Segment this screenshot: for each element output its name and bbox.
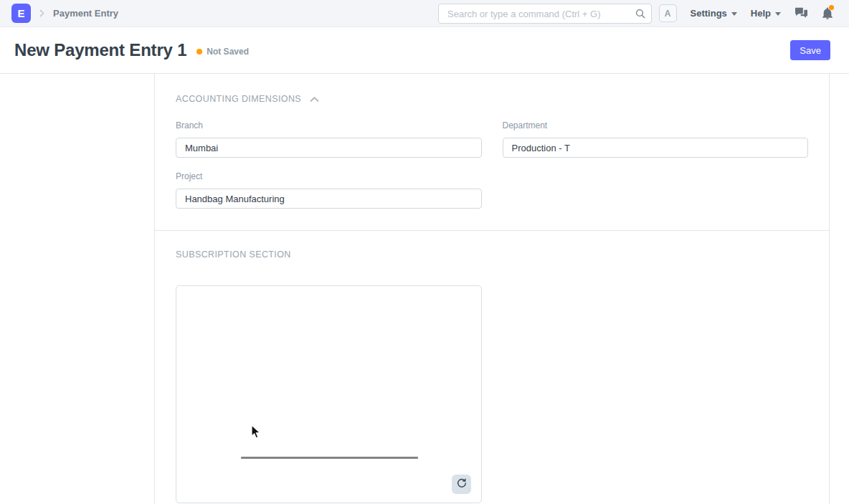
field-project: Project [176, 171, 482, 209]
section-head-accounting-dimensions[interactable]: ACCOUNTING DIMENSIONS [176, 92, 808, 105]
signature-drawn-line [241, 457, 418, 459]
search-input[interactable] [438, 4, 652, 24]
project-label: Project [176, 171, 482, 181]
status-badge: Not Saved [207, 47, 249, 57]
title-wrap: New Payment Entry 1 Not Saved [14, 40, 249, 60]
signature-pad[interactable] [176, 285, 482, 503]
notification-dot [829, 5, 834, 10]
settings-menu-label: Settings [691, 8, 727, 19]
app-logo-letter: E [17, 7, 24, 19]
section-title: ACCOUNTING DIMENSIONS [176, 94, 301, 104]
branch-label: Branch [176, 120, 482, 130]
avatar-letter: A [665, 9, 671, 19]
search-bar [438, 4, 652, 24]
save-button[interactable]: Save [790, 40, 830, 60]
form-container: ACCOUNTING DIMENSIONS Branch Department … [154, 74, 830, 504]
department-label: Department [503, 120, 809, 130]
caret-down-icon [731, 12, 737, 16]
branch-input[interactable] [176, 138, 482, 158]
section-accounting-dimensions: ACCOUNTING DIMENSIONS Branch Department … [155, 74, 829, 230]
page-title: New Payment Entry 1 [14, 40, 186, 60]
section-subscription: SUBSCRIPTION SECTION [155, 230, 829, 504]
avatar[interactable]: A [659, 4, 677, 22]
refresh-icon [456, 477, 468, 491]
help-menu[interactable]: Help [751, 8, 781, 19]
chat-icon[interactable] [795, 7, 808, 19]
notifications-bell-icon[interactable] [822, 7, 833, 20]
breadcrumb-separator-icon [38, 9, 46, 17]
field-department: Department [503, 120, 809, 158]
chevron-up-icon [310, 92, 319, 105]
field-branch: Branch [176, 120, 482, 158]
navbar-right: A Settings Help [659, 4, 833, 22]
section-title: SUBSCRIPTION SECTION [176, 249, 291, 260]
app-logo[interactable]: E [11, 4, 31, 23]
navbar-left: E Payment Entry [11, 4, 118, 23]
section-head-subscription[interactable]: SUBSCRIPTION SECTION [176, 249, 808, 260]
help-menu-label: Help [751, 8, 771, 19]
project-input[interactable] [176, 189, 482, 209]
department-input[interactable] [503, 138, 809, 158]
form-body: ACCOUNTING DIMENSIONS Branch Department … [0, 74, 849, 504]
field-grid: Branch Department Project [176, 120, 808, 209]
settings-menu[interactable]: Settings [691, 8, 737, 19]
signature-reset-button[interactable] [452, 475, 471, 494]
not-saved-indicator-dot [196, 49, 202, 54]
navbar: E Payment Entry A Settings Help [0, 0, 849, 27]
signature-field [176, 285, 808, 503]
page-header: New Payment Entry 1 Not Saved Save [0, 27, 849, 74]
breadcrumb[interactable]: Payment Entry [53, 8, 118, 19]
caret-down-icon [775, 12, 781, 16]
